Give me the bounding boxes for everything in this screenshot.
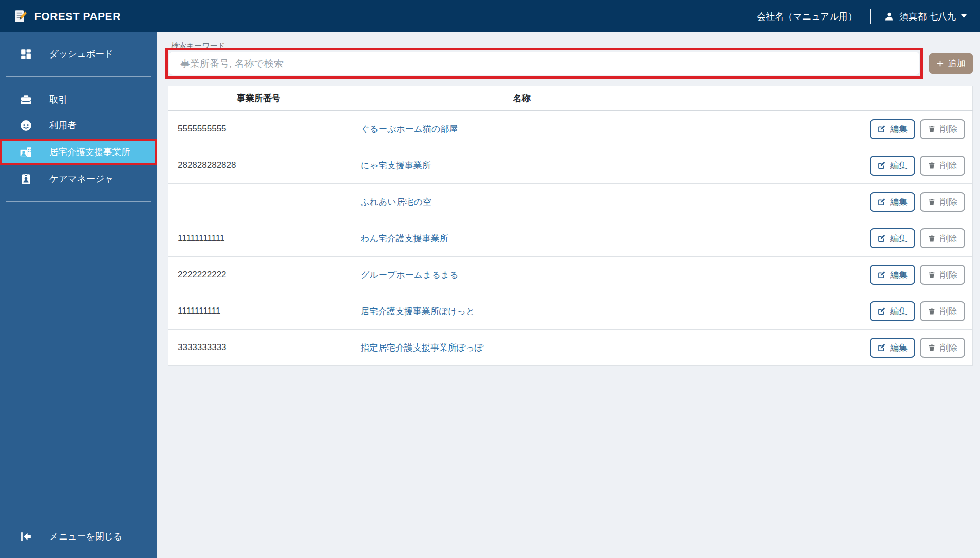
delete-button[interactable]: 削除 <box>920 156 965 176</box>
sidebar-item-label: 取引 <box>49 93 67 106</box>
sidebar-divider <box>6 76 151 77</box>
edit-button[interactable]: 編集 <box>870 301 915 321</box>
office-number-cell: 282828282828 <box>168 147 349 184</box>
sidebar-collapse-menu[interactable]: メニューを閉じる <box>0 524 157 549</box>
sidebar-collapse-label: メニューを閉じる <box>49 530 122 543</box>
caret-down-icon <box>961 14 967 18</box>
sidebar-item-home-care-offices[interactable]: 居宅介護支援事業所 <box>0 139 157 165</box>
edit-button-label: 編集 <box>890 233 908 244</box>
offices-table-wrap: 事業所番号 名称 5555555555 ぐるーぷホーム猫の部屋 編集削除 <box>168 86 973 366</box>
table-header-row: 事業所番号 名称 <box>168 86 973 111</box>
column-header-actions <box>694 86 973 111</box>
user-smile-icon <box>18 119 33 132</box>
office-number-cell <box>168 184 349 220</box>
sidebar-item-label: ダッシュボード <box>49 48 114 60</box>
office-card-icon <box>18 146 33 159</box>
delete-button-label: 削除 <box>940 342 957 354</box>
offices-table: 事業所番号 名称 5555555555 ぐるーぷホーム猫の部屋 編集削除 <box>168 86 973 366</box>
delete-button[interactable]: 削除 <box>920 265 965 285</box>
office-name-link[interactable]: 指定居宅介護支援事業所ぽっぽ <box>361 343 483 353</box>
office-number-cell: 2222222222 <box>168 257 349 293</box>
user-icon <box>884 11 894 22</box>
user-menu[interactable]: 須真都 七八九 <box>884 10 967 23</box>
office-name-link[interactable]: ふれあい居宅の空 <box>361 197 431 207</box>
memo-pencil-icon <box>13 9 27 23</box>
search-annotation-box <box>165 48 923 79</box>
delete-button-label: 削除 <box>940 196 957 208</box>
sidebar-item-care-managers[interactable]: ケアマネージャ <box>0 166 157 191</box>
office-number-cell: 1111111111 <box>168 293 349 330</box>
dashboard-icon <box>18 48 33 61</box>
column-header-name: 名称 <box>349 86 694 111</box>
edit-button[interactable]: 編集 <box>870 192 915 212</box>
office-name-link[interactable]: 居宅介護支援事業所ぽけっと <box>361 306 475 316</box>
sidebar-item-transactions[interactable]: 取引 <box>0 87 157 112</box>
table-row: 11111111111 わん宅介護支援事業所 編集削除 <box>168 220 973 257</box>
id-badge-icon <box>18 172 33 185</box>
edit-button-label: 編集 <box>890 269 908 281</box>
app-title: FOREST PAPER <box>34 10 121 23</box>
delete-button-label: 削除 <box>940 160 957 171</box>
sidebar-item-dashboard[interactable]: ダッシュボード <box>0 42 157 66</box>
sidebar-divider <box>6 201 151 202</box>
delete-button[interactable]: 削除 <box>920 338 965 358</box>
delete-button-label: 削除 <box>940 233 957 244</box>
edit-button[interactable]: 編集 <box>870 119 915 139</box>
edit-button-label: 編集 <box>890 305 908 317</box>
office-name-link[interactable]: ぐるーぷホーム猫の部屋 <box>361 124 458 134</box>
header-divider <box>870 9 871 24</box>
office-number-cell: 11111111111 <box>168 220 349 257</box>
table-row: ふれあい居宅の空 編集削除 <box>168 184 973 220</box>
table-row: 2222222222 グループホームまるまる 編集削除 <box>168 257 973 293</box>
edit-button[interactable]: 編集 <box>870 228 915 248</box>
sidebar-item-label: 利用者 <box>49 119 77 131</box>
main-content: 検索キーワード 追加 事業所番号 名称 <box>157 32 980 558</box>
collapse-left-icon <box>18 530 33 543</box>
office-name-link[interactable]: グループホームまるまる <box>361 270 459 280</box>
sidebar: ダッシュボード 取引 利用者 <box>0 32 157 558</box>
edit-button-label: 編集 <box>890 160 908 171</box>
search-input[interactable] <box>169 52 919 75</box>
add-button-label: 追加 <box>948 57 966 69</box>
edit-button-label: 編集 <box>890 342 908 354</box>
plus-icon <box>936 60 944 67</box>
office-name-link[interactable]: にゃ宅支援事業所 <box>361 161 431 170</box>
user-name: 須真都 七八九 <box>899 10 956 23</box>
edit-button-label: 編集 <box>890 196 908 208</box>
delete-button[interactable]: 削除 <box>920 228 965 248</box>
table-row: 282828282828 にゃ宅支援事業所 編集削除 <box>168 147 973 184</box>
company-name: 会社名（マニュアル用） <box>757 10 857 23</box>
edit-button[interactable]: 編集 <box>870 265 915 285</box>
app-header: FOREST PAPER 会社名（マニュアル用） 須真都 七八九 <box>0 0 980 32</box>
column-header-office-number: 事業所番号 <box>168 86 349 111</box>
app-logo: FOREST PAPER <box>13 9 121 23</box>
delete-button[interactable]: 削除 <box>920 192 965 212</box>
table-row: 3333333333 指定居宅介護支援事業所ぽっぽ 編集削除 <box>168 330 973 366</box>
delete-button-label: 削除 <box>940 269 957 281</box>
delete-button[interactable]: 削除 <box>920 119 965 139</box>
edit-button-label: 編集 <box>890 123 908 135</box>
edit-button[interactable]: 編集 <box>870 156 915 176</box>
delete-button[interactable]: 削除 <box>920 301 965 321</box>
office-name-link[interactable]: わん宅介護支援事業所 <box>361 234 448 243</box>
sidebar-item-label: 居宅介護支援事業所 <box>49 146 130 158</box>
delete-button-label: 削除 <box>940 123 957 135</box>
office-number-cell: 3333333333 <box>168 330 349 366</box>
delete-button-label: 削除 <box>940 305 957 317</box>
office-number-cell: 5555555555 <box>168 111 349 147</box>
briefcase-icon <box>18 93 33 106</box>
table-row: 1111111111 居宅介護支援事業所ぽけっと 編集削除 <box>168 293 973 330</box>
sidebar-item-users[interactable]: 利用者 <box>0 113 157 138</box>
add-button[interactable]: 追加 <box>929 53 973 74</box>
edit-button[interactable]: 編集 <box>870 338 915 358</box>
table-row: 5555555555 ぐるーぷホーム猫の部屋 編集削除 <box>168 111 973 147</box>
sidebar-item-label: ケアマネージャ <box>49 172 114 185</box>
